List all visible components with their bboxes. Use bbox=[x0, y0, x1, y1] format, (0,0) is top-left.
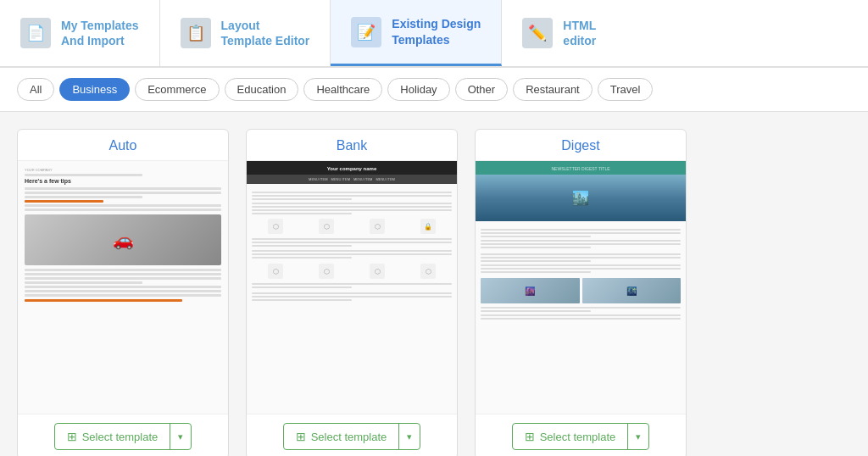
template-footer-bank: ⊞ Select template ▾ bbox=[247, 414, 457, 456]
select-bank-label: Select template bbox=[311, 431, 387, 443]
select-auto-label: Select template bbox=[82, 431, 159, 443]
existing-design-icon: 📝 bbox=[351, 17, 381, 47]
template-card-bank: Bank Your company name MENU ITEMMENU ITE… bbox=[246, 129, 458, 456]
select-icon-auto: ⊞ bbox=[67, 430, 77, 443]
filter-bar: All Business Ecommerce Education Healthc… bbox=[0, 68, 868, 112]
template-footer-auto: ⊞ Select template ▾ bbox=[18, 414, 228, 456]
select-auto-main[interactable]: ⊞ Select template bbox=[55, 424, 171, 449]
filter-other[interactable]: Other bbox=[455, 78, 509, 101]
template-card-digest: Digest NEWSLETTER DIGEST TITLE 🏙️ bbox=[475, 129, 687, 456]
top-nav: 📄 My TemplatesAnd Import 📋 LayoutTemplat… bbox=[0, 0, 868, 68]
select-bank-button[interactable]: ⊞ Select template ▾ bbox=[283, 423, 421, 450]
existing-design-label: Existing DesignTemplates bbox=[392, 16, 481, 47]
select-digest-main[interactable]: ⊞ Select template bbox=[513, 424, 629, 449]
tab-my-templates[interactable]: 📄 My TemplatesAnd Import bbox=[0, 0, 160, 66]
select-bank-main[interactable]: ⊞ Select template bbox=[284, 424, 400, 449]
tab-existing-design[interactable]: 📝 Existing DesignTemplates bbox=[331, 0, 502, 66]
filter-business[interactable]: Business bbox=[59, 78, 130, 101]
layout-editor-label: LayoutTemplate Editor bbox=[221, 18, 310, 48]
select-digest-label: Select template bbox=[540, 431, 616, 443]
filter-holiday[interactable]: Holiday bbox=[387, 78, 449, 101]
template-footer-digest: ⊞ Select template ▾ bbox=[476, 414, 686, 456]
html-editor-icon: ✏️ bbox=[522, 18, 553, 48]
template-preview-bank: Your company name MENU ITEMMENU ITEMMENU… bbox=[247, 160, 457, 414]
select-auto-dropdown[interactable]: ▾ bbox=[170, 425, 191, 448]
filter-all[interactable]: All bbox=[17, 78, 54, 101]
filter-ecommerce[interactable]: Ecommerce bbox=[135, 78, 219, 101]
select-digest-button[interactable]: ⊞ Select template ▾ bbox=[512, 423, 650, 450]
template-title-bank: Bank bbox=[247, 130, 457, 160]
select-icon-bank: ⊞ bbox=[296, 430, 306, 443]
select-bank-dropdown[interactable]: ▾ bbox=[399, 425, 420, 448]
tab-html-editor[interactable]: ✏️ HTMLeditor bbox=[502, 0, 654, 66]
template-preview-auto: YOUR COMPANY Here's a few tips 🚗 bbox=[18, 160, 228, 414]
filter-travel[interactable]: Travel bbox=[598, 78, 654, 101]
template-title-auto: Auto bbox=[18, 130, 228, 160]
select-auto-button[interactable]: ⊞ Select template ▾ bbox=[54, 423, 192, 450]
filter-healthcare[interactable]: Healthcare bbox=[303, 78, 382, 101]
filter-restaurant[interactable]: Restaurant bbox=[513, 78, 593, 101]
my-templates-label: My TemplatesAnd Import bbox=[61, 18, 139, 48]
select-icon-digest: ⊞ bbox=[525, 430, 535, 443]
html-editor-label: HTMLeditor bbox=[563, 18, 596, 48]
tab-layout-editor[interactable]: 📋 LayoutTemplate Editor bbox=[160, 0, 331, 66]
select-digest-dropdown[interactable]: ▾ bbox=[628, 425, 648, 448]
template-title-digest: Digest bbox=[476, 130, 686, 160]
my-templates-icon: 📄 bbox=[20, 18, 51, 48]
template-cards-area: Auto YOUR COMPANY Here's a few tips 🚗 bbox=[0, 112, 868, 456]
filter-education[interactable]: Education bbox=[225, 78, 299, 101]
layout-editor-icon: 📋 bbox=[181, 18, 211, 48]
template-card-auto: Auto YOUR COMPANY Here's a few tips 🚗 bbox=[17, 129, 229, 456]
template-preview-digest: NEWSLETTER DIGEST TITLE 🏙️ bbox=[476, 160, 686, 414]
